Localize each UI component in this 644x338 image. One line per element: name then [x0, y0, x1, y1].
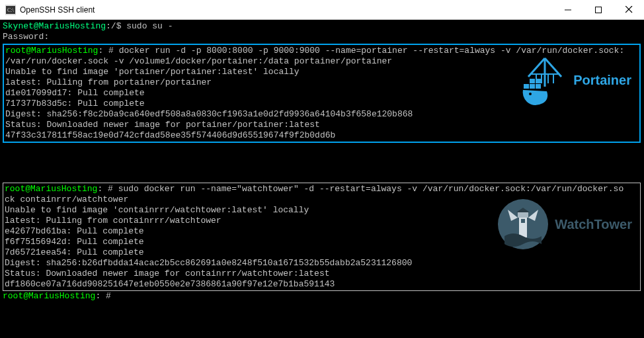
svg-point-19: [529, 93, 532, 95]
portainer-icon: [522, 50, 568, 110]
output-line: 47f33c317811f58ac19e0d742cfdad58ee35f574…: [5, 130, 638, 141]
svg-rect-15: [530, 84, 535, 89]
shell-prompt: root@MariusHosting: #: [3, 291, 641, 302]
password-prompt: Password:: [3, 32, 641, 42]
maximize-button[interactable]: [583, 0, 614, 19]
app-icon: C:\: [5, 5, 16, 15]
window-titlebar: C:\ OpenSSH SSH client: [0, 0, 644, 20]
svg-rect-16: [536, 84, 541, 89]
minimize-button[interactable]: [553, 0, 583, 19]
cursor: [111, 292, 116, 301]
portainer-logo-area: Portainer: [522, 50, 631, 110]
watchtower-icon: [497, 198, 549, 251]
window-controls: [553, 0, 644, 19]
watchtower-label: WatchTower: [555, 219, 632, 230]
svg-text:C:\: C:\: [7, 7, 15, 13]
svg-rect-21: [518, 212, 528, 218]
watchtower-logo-area: WatchTower: [497, 198, 632, 251]
portainer-label: Portainer: [573, 75, 631, 85]
output-line: Status: Downloaded newer image for porta…: [5, 120, 638, 130]
shell-line: Skynet@MariusHosting:/$ sudo su -: [3, 21, 641, 32]
svg-rect-17: [530, 79, 535, 83]
shell-line: root@MariusHosting: # sudo docker run --…: [5, 184, 639, 194]
output-line: Digest: sha256:f8c2b0a9ca640edf508a8a083…: [5, 109, 638, 120]
svg-rect-18: [536, 79, 541, 83]
output-line: Digest: sha256:b26dfbdda14acac2b5cc86269…: [5, 258, 639, 269]
window-title: OpenSSH SSH client: [20, 5, 553, 15]
portainer-block: Portainer root@MariusHosting: # docker r…: [3, 44, 641, 143]
terminal-area[interactable]: Skynet@MariusHosting:/$ sudo su - Passwo…: [0, 20, 644, 338]
output-line: df1860ce07a716dd908251647e1eb0550e2e7386…: [5, 279, 639, 290]
svg-rect-24: [521, 219, 525, 223]
svg-rect-3: [596, 7, 602, 13]
output-line: Status: Downloaded newer image for conta…: [5, 269, 639, 279]
watchtower-block: WatchTower root@MariusHosting: # sudo do…: [3, 183, 641, 291]
svg-rect-14: [524, 84, 529, 89]
close-button[interactable]: [614, 0, 644, 19]
